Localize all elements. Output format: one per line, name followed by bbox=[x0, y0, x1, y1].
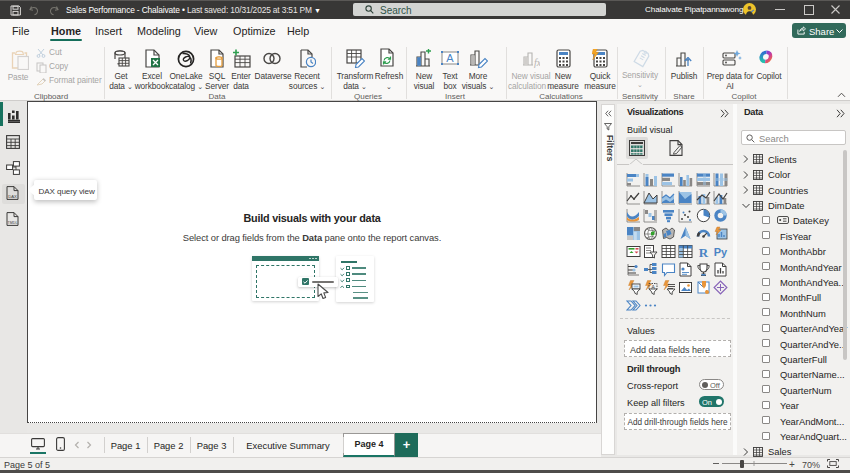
svg-text:A: A bbox=[446, 52, 454, 64]
svg-text:fx: fx bbox=[534, 57, 540, 68]
svg-text:DAX: DAX bbox=[8, 194, 17, 199]
svg-text:R: R bbox=[698, 245, 708, 260]
svg-text:Py: Py bbox=[714, 246, 728, 258]
svg-text:TMDL: TMDL bbox=[8, 221, 18, 225]
